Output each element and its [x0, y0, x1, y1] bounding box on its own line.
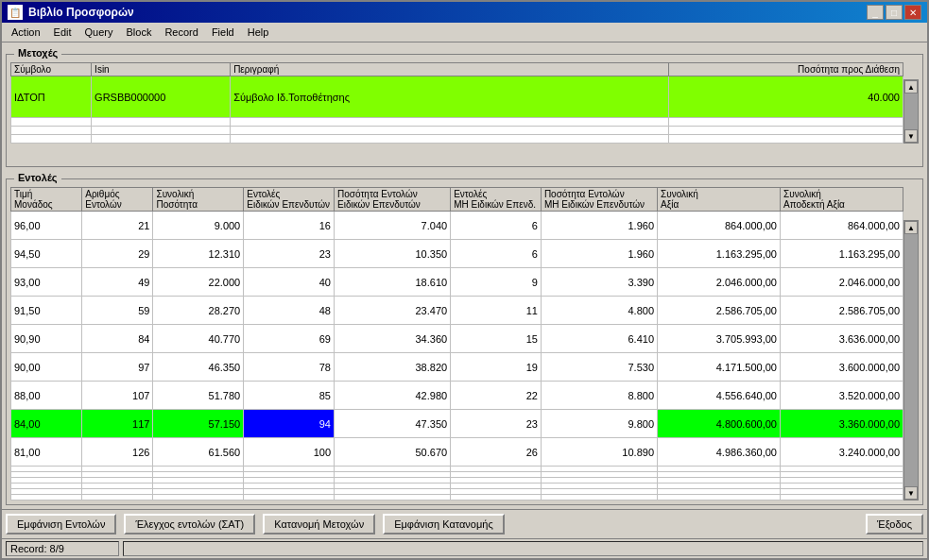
entoles-row[interactable]: 94,502912.3102310.35061.9601.163.295,001… [11, 240, 903, 268]
entoles-cell: 19 [451, 353, 542, 382]
entoles-cell: 69 [244, 325, 335, 353]
menu-query[interactable]: Query [79, 25, 119, 40]
col-isin: Isin [92, 63, 231, 76]
metoxes-cell [231, 118, 669, 127]
entoles-cell: 16 [244, 212, 335, 240]
entoles-cell: 40 [244, 268, 335, 297]
entoles-cell: 10.890 [541, 438, 657, 467]
entoles-cell: 47.350 [335, 410, 451, 438]
metoxes-title: Μετοχές [14, 47, 61, 59]
entoles-cell: 2.046.000,00 [780, 268, 903, 297]
close-button[interactable]: ✕ [904, 5, 921, 20]
entoles-row[interactable]: 93,004922.0004018.61093.3902.046.000,002… [11, 268, 903, 297]
entoles-cell: 94 [244, 410, 335, 438]
entoles-cell: 2.046.000,00 [658, 268, 781, 297]
entoles-cell: 4.171.500,00 [658, 353, 781, 382]
entoles-cell [451, 495, 542, 501]
entoles-row[interactable]: 96,00219.000167.04061.960864.000,00864.0… [11, 212, 903, 240]
entoles-scrollbar[interactable]: ▲ ▼ [903, 220, 919, 501]
entoles-cell: 3.520.000,00 [780, 382, 903, 410]
entoles-cell: 29 [82, 240, 153, 268]
menu-field[interactable]: Field [206, 25, 240, 40]
entoles-cell: 42.980 [335, 382, 451, 410]
col-arithmos-entolon: ΑριθμόςΕντολών [82, 188, 153, 212]
metoxes-cell: GRSBB000000 [92, 76, 231, 118]
menu-block[interactable]: Block [121, 25, 158, 40]
metoxes-table: Σύμβολο Isin Περιγραφή Ποσότητα προς Διά… [10, 62, 903, 144]
entoles-header-row: ΤιμήΜονάδος ΑριθμόςΕντολών ΣυνολικήΠοσότ… [11, 188, 903, 212]
entoles-cell: 107 [82, 382, 153, 410]
entoles-row[interactable] [11, 495, 903, 501]
entoles-cell: 81,00 [11, 438, 82, 467]
metoxes-scroll-up[interactable]: ▲ [904, 80, 918, 93]
entoles-row[interactable]: 84,0011757.1509447.350239.8004.800.600,0… [11, 410, 903, 438]
metoxes-row[interactable] [11, 118, 903, 127]
bottom-bar: Εμφάνιση Εντολών Έλεγχος εντολών (ΣΑΤ) Κ… [2, 509, 927, 538]
entoles-cell: 26 [451, 438, 542, 467]
metoxes-row[interactable] [11, 127, 903, 135]
entoles-table: ΤιμήΜονάδος ΑριθμόςΕντολών ΣυνολικήΠοσότ… [10, 187, 903, 501]
entoles-cell: 4.800 [541, 297, 657, 325]
metoxes-cell [669, 118, 903, 127]
menu-action[interactable]: Action [6, 25, 46, 40]
metoxes-row[interactable] [11, 135, 903, 144]
entoles-cell: 21 [82, 212, 153, 240]
entoles-scroll-down[interactable]: ▼ [904, 486, 918, 500]
metoxes-content: Σύμβολο Isin Περιγραφή Ποσότητα προς Διά… [7, 55, 922, 166]
metoxes-scrollbar[interactable]: ▲ ▼ [903, 79, 919, 144]
menu-help[interactable]: Help [242, 25, 275, 40]
maximize-button[interactable]: □ [886, 5, 903, 20]
col-time-monadoss: ΤιμήΜονάδος [11, 188, 82, 212]
entoles-cell [541, 495, 657, 501]
minimize-button[interactable]: _ [867, 5, 884, 20]
entoles-cell: 1.163.295,00 [780, 240, 903, 268]
metoxes-table-wrap: Σύμβολο Isin Περιγραφή Ποσότητα προς Διά… [10, 62, 919, 144]
entoles-scroll-track[interactable] [904, 234, 918, 486]
entoles-cell: 7.530 [541, 353, 657, 382]
window-icon: 📋 [8, 5, 23, 20]
entoles-title: Εντολές [14, 172, 61, 183]
entoles-cell: 3.240.000,00 [780, 438, 903, 467]
menu-record[interactable]: Record [159, 25, 203, 40]
entoles-cell: 46.350 [153, 353, 244, 382]
entoles-cell: 4.800.600,00 [658, 410, 781, 438]
entoles-scroll-up[interactable]: ▲ [904, 221, 918, 234]
entoles-cell: 40.770 [153, 325, 244, 353]
entoles-row[interactable]: 91,505928.2704823.470114.8002.586.705,00… [11, 297, 903, 325]
entoles-group: Εντολές ΤιμήΜονάδος ΑριθμόςΕντολών Συνολ… [6, 178, 923, 505]
metoxes-scroll-down[interactable]: ▼ [904, 129, 918, 143]
entoles-row[interactable]: 90,908440.7706934.360156.4103.705.993,00… [11, 325, 903, 353]
entoles-cell: 4.556.640,00 [658, 382, 781, 410]
katanomi-metoxon-button[interactable]: Κατανομή Μετοχών [263, 514, 375, 535]
emfanisi-katanomis-button[interactable]: Εμφάνιση Κατανομής [383, 514, 505, 535]
entoles-cell: 8.800 [541, 382, 657, 410]
entoles-cell: 84,00 [11, 410, 82, 438]
entoles-row[interactable]: 90,009746.3507838.820197.5304.171.500,00… [11, 353, 903, 382]
entoles-cell: 23 [451, 410, 542, 438]
exodos-button[interactable]: Έξοδος [866, 514, 923, 535]
entoles-cell: 4.986.360,00 [658, 438, 781, 467]
entoles-cell: 96,00 [11, 212, 82, 240]
emfanisi-entolon-button[interactable]: Εμφάνιση Εντολών [6, 514, 116, 535]
metoxes-scroll-track[interactable] [904, 93, 918, 129]
entoles-cell [153, 495, 244, 501]
metoxes-row[interactable]: ΙΔΤΟΠGRSBB000000Σύμβολο Ιδ.Τοποθέτησης40… [11, 76, 903, 118]
elegxos-entolon-button[interactable]: Έλεγχος εντολών (ΣΑΤ) [124, 514, 255, 535]
menu-edit[interactable]: Edit [48, 25, 77, 40]
entoles-cell: 2.586.705,00 [658, 297, 781, 325]
metoxes-cell: 40.000 [669, 76, 903, 118]
entoles-cell: 3.390 [541, 268, 657, 297]
metoxes-cell [11, 135, 92, 144]
entoles-cell: 59 [82, 297, 153, 325]
entoles-row[interactable]: 88,0010751.7808542.980228.8004.556.640,0… [11, 382, 903, 410]
entoles-cell: 51.780 [153, 382, 244, 410]
metoxes-group: Μετοχές Σύμβολο Isin Περιγραφή Ποσότητα … [6, 54, 923, 167]
record-status: Record: 8/9 [6, 541, 119, 556]
metoxes-cell [11, 127, 92, 135]
entoles-cell: 48 [244, 297, 335, 325]
col-entoles-eidikon: ΕντολέςΕιδικών Επενδυτών [244, 188, 335, 212]
metoxes-cell [669, 135, 903, 144]
metoxes-cell [231, 127, 669, 135]
entoles-row[interactable]: 81,0012661.56010050.6702610.8904.986.360… [11, 438, 903, 467]
entoles-cell: 3.360.000,00 [780, 410, 903, 438]
